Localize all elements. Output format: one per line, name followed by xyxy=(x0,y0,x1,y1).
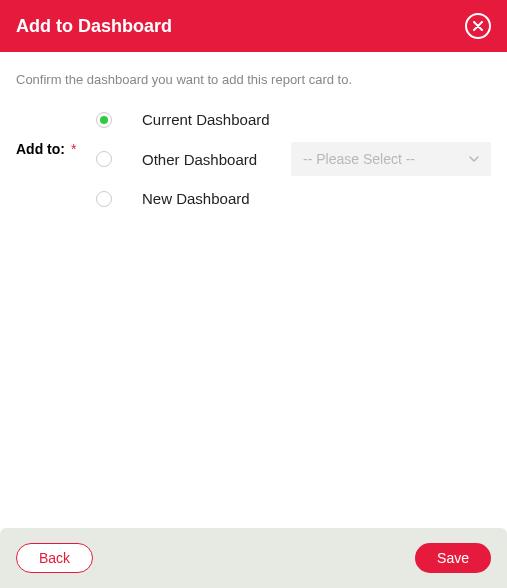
radio-other-dashboard[interactable]: Other Dashboard xyxy=(96,151,257,168)
save-button[interactable]: Save xyxy=(415,543,491,573)
chevron-down-icon xyxy=(469,150,479,168)
dashboard-radio-group: Current Dashboard Other Dashboard -- Ple… xyxy=(96,111,491,207)
back-button[interactable]: Back xyxy=(16,543,93,573)
radio-line-other: Other Dashboard -- Please Select -- xyxy=(96,142,491,176)
add-to-dashboard-modal: Add to Dashboard Confirm the dashboard y… xyxy=(0,0,507,588)
radio-label: Other Dashboard xyxy=(142,151,257,168)
radio-icon xyxy=(96,151,112,167)
add-to-row: Add to: * Current Dashboard Other Dashbo… xyxy=(16,111,491,207)
radio-icon xyxy=(96,191,112,207)
radio-new-dashboard[interactable]: New Dashboard xyxy=(96,190,250,207)
modal-body: Confirm the dashboard you want to add th… xyxy=(0,52,507,528)
radio-line-current: Current Dashboard xyxy=(96,111,491,128)
select-placeholder: -- Please Select -- xyxy=(303,151,415,167)
modal-header: Add to Dashboard xyxy=(0,0,507,52)
modal-footer: Back Save xyxy=(0,528,507,588)
close-button[interactable] xyxy=(465,13,491,39)
modal-title: Add to Dashboard xyxy=(16,16,172,37)
add-to-label-text: Add to: xyxy=(16,141,65,157)
radio-line-new: New Dashboard xyxy=(96,190,491,207)
add-to-label: Add to: * xyxy=(16,111,96,157)
radio-current-dashboard[interactable]: Current Dashboard xyxy=(96,111,270,128)
instruction-text: Confirm the dashboard you want to add th… xyxy=(16,72,491,87)
required-mark: * xyxy=(71,141,76,157)
radio-icon xyxy=(96,112,112,128)
radio-label: Current Dashboard xyxy=(142,111,270,128)
close-icon xyxy=(473,19,483,34)
other-dashboard-select[interactable]: -- Please Select -- xyxy=(291,142,491,176)
radio-label: New Dashboard xyxy=(142,190,250,207)
